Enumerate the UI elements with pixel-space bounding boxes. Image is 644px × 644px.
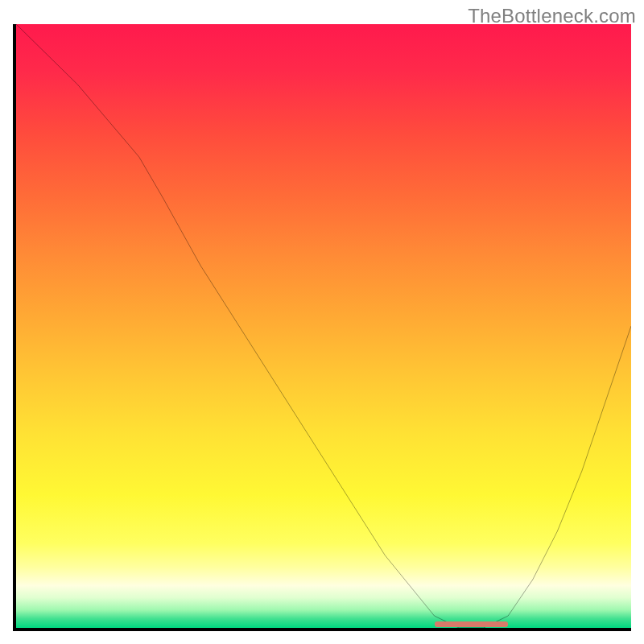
optimal-range-marker [435, 621, 509, 627]
plot-area [13, 24, 631, 631]
chart-container: TheBottleneck.com [0, 0, 644, 644]
watermark-text: TheBottleneck.com [468, 5, 636, 27]
bottleneck-gradient-bg [16, 24, 631, 628]
